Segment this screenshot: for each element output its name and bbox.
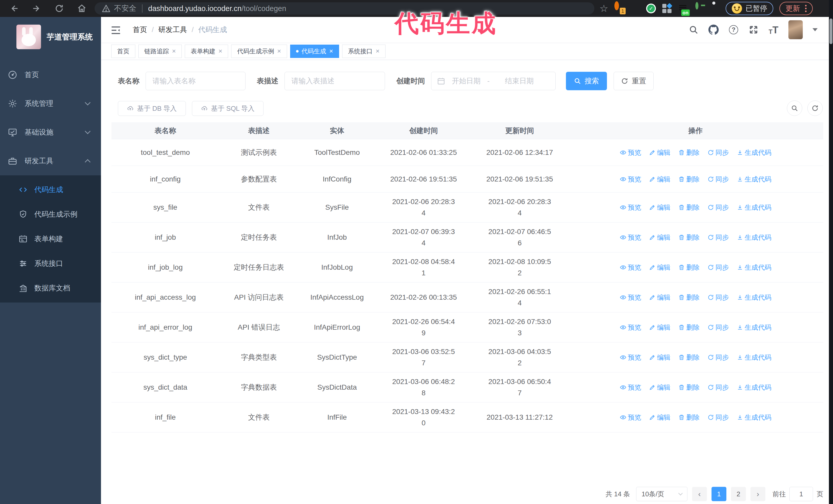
close-icon[interactable]: ×: [329, 47, 333, 55]
avatar-caret-icon[interactable]: [812, 28, 818, 31]
edit-link[interactable]: 编辑: [649, 232, 670, 243]
scrollbar-thumb[interactable]: [829, 19, 832, 44]
tab-form-builder[interactable]: 表单构建×: [185, 45, 228, 58]
preview-link[interactable]: 预览: [620, 262, 641, 273]
delete-link[interactable]: 删除: [678, 232, 700, 243]
profile-paused-pill[interactable]: 已暂停: [725, 2, 773, 15]
close-icon[interactable]: ×: [172, 47, 176, 55]
preview-link[interactable]: 预览: [620, 147, 641, 158]
page-button-2[interactable]: 2: [731, 487, 746, 501]
tab-codegen-example[interactable]: 代码生成示例×: [231, 45, 287, 58]
edit-link[interactable]: 编辑: [649, 412, 670, 423]
generate-code-link[interactable]: 生成代码: [737, 292, 771, 303]
generate-code-link[interactable]: 生成代码: [737, 412, 771, 423]
delete-link[interactable]: 删除: [678, 262, 700, 273]
sidebar-item-dev-tools[interactable]: 研发工具: [0, 147, 101, 175]
close-icon[interactable]: ×: [277, 47, 281, 55]
edit-link[interactable]: 编辑: [649, 352, 670, 363]
security-chip[interactable]: 不安全: [102, 3, 136, 14]
extension-icon-diamond[interactable]: [630, 4, 640, 13]
delete-link[interactable]: 删除: [678, 173, 700, 185]
table-desc-input[interactable]: [285, 72, 385, 90]
sync-link[interactable]: 同步: [708, 352, 729, 363]
help-icon[interactable]: ?: [729, 25, 739, 35]
toggle-search-button[interactable]: [787, 100, 802, 116]
tab-codegen[interactable]: 代码生成×: [290, 45, 339, 58]
sidebar-toggle-icon[interactable]: [110, 25, 121, 35]
edit-link[interactable]: 编辑: [649, 147, 670, 158]
browser-back-icon[interactable]: [8, 3, 20, 14]
preview-link[interactable]: 预览: [620, 232, 641, 243]
sidebar-item-system-api[interactable]: 系统接口: [0, 251, 101, 276]
sidebar-item-home[interactable]: 首页: [0, 61, 101, 89]
edit-link[interactable]: 编辑: [649, 322, 670, 333]
sync-link[interactable]: 同步: [708, 147, 729, 158]
address-bar[interactable]: 不安全 dashboard.yudao.iocoder.cn/tool/code…: [95, 2, 594, 15]
edit-link[interactable]: 编辑: [649, 202, 670, 213]
preview-link[interactable]: 预览: [620, 412, 641, 423]
sync-link[interactable]: 同步: [708, 202, 729, 213]
preview-link[interactable]: 预览: [620, 382, 641, 393]
delete-link[interactable]: 删除: [678, 147, 700, 158]
prev-page-button[interactable]: ‹: [692, 487, 707, 501]
delete-link[interactable]: 删除: [678, 412, 700, 423]
refresh-table-button[interactable]: [807, 100, 823, 116]
search-button[interactable]: 搜索: [566, 72, 607, 90]
delete-link[interactable]: 删除: [678, 292, 700, 303]
generate-code-link[interactable]: 生成代码: [737, 147, 771, 158]
edit-link[interactable]: 编辑: [649, 292, 670, 303]
generate-code-link[interactable]: 生成代码: [737, 322, 771, 333]
generate-code-link[interactable]: 生成代码: [737, 262, 771, 273]
delete-link[interactable]: 删除: [678, 382, 700, 393]
delete-link[interactable]: 删除: [678, 322, 700, 333]
bookmark-star-icon[interactable]: ☆: [599, 4, 608, 13]
browser-reload-icon[interactable]: [53, 3, 65, 14]
sync-link[interactable]: 同步: [708, 322, 729, 333]
goto-page-input[interactable]: [789, 487, 813, 501]
generate-code-link[interactable]: 生成代码: [737, 202, 771, 213]
extension-icon-orange[interactable]: 1: [614, 4, 624, 13]
font-size-icon[interactable]: TT: [768, 25, 779, 35]
sidebar-item-infrastructure[interactable]: 基础设施: [0, 118, 101, 147]
reset-button[interactable]: 重置: [614, 72, 653, 90]
preview-link[interactable]: 预览: [620, 292, 641, 303]
tab-trace[interactable]: 链路追踪×: [138, 45, 182, 58]
close-icon[interactable]: ×: [376, 47, 380, 55]
tab-system-api[interactable]: 系统接口×: [342, 45, 385, 58]
edit-link[interactable]: 编辑: [649, 382, 670, 393]
github-icon[interactable]: [709, 25, 719, 35]
extension-icon-puzzle[interactable]: [710, 4, 719, 13]
sync-link[interactable]: 同步: [708, 262, 729, 273]
extension-icon-dark-on[interactable]: on: [678, 4, 688, 13]
browser-forward-icon[interactable]: [31, 3, 42, 14]
generate-code-link[interactable]: 生成代码: [737, 382, 771, 393]
page-size-select[interactable]: 10条/页: [636, 487, 687, 501]
preview-link[interactable]: 预览: [620, 352, 641, 363]
edit-link[interactable]: 编辑: [649, 262, 670, 273]
tab-home[interactable]: 首页: [111, 45, 135, 58]
table-name-input[interactable]: [146, 72, 245, 90]
extension-icon-key[interactable]: [694, 4, 704, 13]
import-sql-button[interactable]: 基于 SQL 导入: [192, 101, 264, 116]
browser-home-icon[interactable]: [76, 3, 88, 14]
breadcrumb-home[interactable]: 首页: [133, 25, 147, 34]
generate-code-link[interactable]: 生成代码: [737, 173, 771, 185]
sync-link[interactable]: 同步: [708, 232, 729, 243]
import-db-button[interactable]: 基于 DB 导入: [118, 101, 186, 116]
sidebar-item-codegen-example[interactable]: 代码生成示例: [0, 202, 101, 226]
browser-update-button[interactable]: 更新: [780, 2, 813, 15]
sidebar-item-form-builder[interactable]: 表单构建: [0, 226, 101, 251]
sidebar-item-system[interactable]: 系统管理: [0, 89, 101, 118]
browser-menu-icon[interactable]: [805, 5, 807, 12]
sync-link[interactable]: 同步: [708, 292, 729, 303]
edit-link[interactable]: 编辑: [649, 173, 670, 185]
sidebar-item-db-doc[interactable]: 数据库文档: [0, 276, 101, 301]
delete-link[interactable]: 删除: [678, 352, 700, 363]
user-avatar[interactable]: [788, 20, 803, 39]
sidebar-logo-row[interactable]: 芋道管理系统: [0, 17, 101, 57]
header-search-icon[interactable]: [688, 25, 699, 35]
close-icon[interactable]: ×: [218, 47, 222, 55]
extension-icon-grid[interactable]: [662, 4, 672, 13]
delete-link[interactable]: 删除: [678, 202, 700, 213]
preview-link[interactable]: 预览: [620, 173, 641, 185]
